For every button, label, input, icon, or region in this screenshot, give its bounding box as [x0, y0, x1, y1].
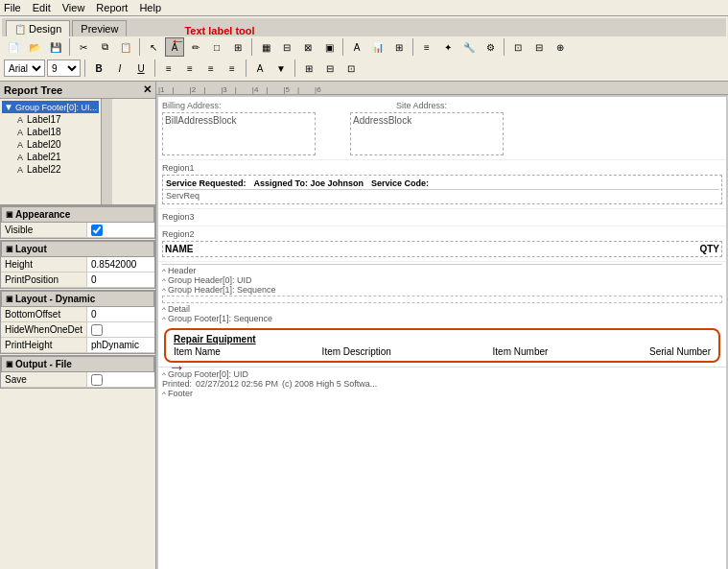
font-name-select[interactable]: Arial: [4, 59, 45, 77]
btn-font-color[interactable]: A: [250, 59, 270, 78]
sep2: [139, 38, 140, 56]
menu-help[interactable]: Help: [139, 2, 161, 13]
btn-tool10[interactable]: A: [347, 37, 366, 57]
address-section: Billing Address: Site Address: BillAddre…: [158, 97, 726, 160]
report-tree-close[interactable]: ✕: [143, 83, 152, 96]
service-code-label: Service Code:: [371, 178, 429, 188]
tree-item-label17[interactable]: A Label17: [2, 113, 99, 126]
btn-tool11[interactable]: 📊: [368, 37, 387, 57]
font-size-select[interactable]: 9: [47, 59, 81, 77]
btn-tool17[interactable]: ⊡: [508, 37, 528, 57]
btn-tool18[interactable]: ⊟: [529, 37, 549, 57]
tree-item-label20[interactable]: A Label20: [2, 138, 99, 151]
btn-paste[interactable]: 📋: [116, 37, 135, 57]
btn-align-left[interactable]: ≡: [159, 59, 178, 78]
btn-save[interactable]: 💾: [46, 37, 65, 57]
tree-item-label21[interactable]: A Label21: [2, 151, 99, 163]
group-header-1-label: ^ Group Header[1]: Sequence: [162, 285, 722, 295]
prop-save: Save: [1, 372, 154, 388]
prop-height-value[interactable]: 0.8542000: [87, 257, 154, 272]
prop-printposition-label: PrintPosition: [1, 273, 87, 287]
item-number-label: Item Number: [493, 346, 549, 357]
hidewhen-checkbox[interactable]: [91, 324, 103, 336]
tree-item-group-footer[interactable]: ▼ Group Footer[0]: UI...: [2, 101, 99, 113]
prop-height: Height 0.8542000: [1, 257, 154, 273]
item-description-label: Item Description: [322, 346, 391, 357]
item-name-label: Item Name: [174, 346, 221, 357]
bill-address-block[interactable]: BillAddressBlock: [162, 112, 316, 155]
tree-icon-a3: A: [17, 140, 23, 150]
btn-arrow[interactable]: ↖: [144, 37, 163, 57]
menu-file[interactable]: File: [4, 2, 21, 13]
btn-tool19[interactable]: ⊕: [551, 37, 570, 57]
canvas-area: |1||2||3||4||5||6 Billing Address: Site …: [156, 82, 728, 569]
repair-equipment-box: Repair Equipment Item Name Item Descript…: [164, 328, 720, 363]
tree-icon-a5: A: [17, 165, 23, 175]
save-checkbox[interactable]: [91, 374, 103, 386]
name-col-label: NAME: [165, 244, 193, 254]
visible-checkbox[interactable]: [91, 225, 103, 236]
btn-more1[interactable]: ⊞: [299, 59, 318, 78]
btn-tool8[interactable]: ⊠: [298, 37, 317, 57]
prop-printheight-value[interactable]: phDynamic: [87, 338, 154, 352]
annotation-text-label-tool: Text label tool: [184, 25, 254, 36]
sep10: [294, 59, 295, 77]
sep5: [412, 38, 413, 56]
btn-more2[interactable]: ⊟: [320, 59, 340, 78]
btn-bold[interactable]: B: [89, 59, 108, 78]
copyright-label: (c) 2008 High 5 Softwa...: [282, 379, 377, 389]
tree-scrollbar[interactable]: [101, 99, 112, 204]
menu-view[interactable]: View: [62, 2, 85, 13]
btn-tool6[interactable]: ▦: [256, 37, 275, 57]
group-footer-1-label: ^ Group Footer[1]: Sequence: [162, 314, 722, 323]
btn-tool4[interactable]: □: [207, 37, 226, 57]
btn-more3[interactable]: ⊡: [341, 59, 361, 78]
layout-dynamic-header[interactable]: Layout - Dynamic: [1, 291, 154, 307]
layout-header[interactable]: Layout: [1, 241, 154, 257]
btn-tool14[interactable]: ✦: [438, 37, 458, 57]
btn-tool5[interactable]: ⊞: [228, 37, 247, 57]
btn-tool9[interactable]: ▣: [319, 37, 339, 57]
section-layout-dynamic: Layout - Dynamic BottomOffset 0 HideWhen…: [0, 290, 155, 354]
tree-item-label18[interactable]: A Label18: [2, 126, 99, 138]
tree-item-label22[interactable]: A Label22: [2, 163, 99, 176]
btn-open[interactable]: 📂: [25, 37, 44, 57]
btn-tool12[interactable]: ⊞: [389, 37, 409, 57]
tab-design-label: Design: [29, 23, 61, 35]
btn-italic[interactable]: I: [110, 59, 129, 78]
main-toolbar: 📄 📂 💾 ✂ ⧉ 📋 ↖ A ✏ □ ⊞ ▦ ⊟ ⊠ ▣ A 📊 ⊞ ≡ ✦ …: [2, 36, 726, 58]
btn-align-right[interactable]: ≡: [201, 59, 221, 78]
site-address-block[interactable]: AddressBlock: [350, 112, 504, 155]
output-file-header[interactable]: Output - File: [1, 356, 154, 372]
billing-header-label: Billing Address: Site Address:: [162, 101, 722, 110]
canvas-content[interactable]: Billing Address: Site Address: BillAddre…: [156, 95, 728, 569]
btn-align-justify[interactable]: ≡: [223, 59, 242, 78]
btn-align-center[interactable]: ≡: [180, 59, 200, 78]
btn-tool13[interactable]: ≡: [417, 37, 436, 57]
tree-icon-a2: A: [17, 128, 23, 137]
tree-icon-a1: A: [17, 115, 23, 125]
printed-row: Printed: 02/27/2012 02:56 PM (c) 2008 Hi…: [162, 379, 722, 389]
btn-cut[interactable]: ✂: [74, 37, 93, 57]
prop-bottomoffset-value[interactable]: 0: [87, 307, 154, 321]
btn-new[interactable]: 📄: [4, 37, 23, 57]
repair-labels-row: Item Name Item Description Item Number S…: [174, 346, 711, 357]
prop-printposition-value[interactable]: 0: [87, 273, 154, 287]
service-requested-label: Service Requested:: [166, 178, 247, 188]
btn-highlight[interactable]: ▼: [271, 59, 291, 78]
prop-save-label: Save: [1, 372, 87, 387]
appearance-header[interactable]: Appearance: [1, 206, 154, 223]
region2-section: Region2 NAME QTY: [158, 226, 726, 262]
btn-copy[interactable]: ⧉: [95, 37, 114, 57]
btn-tool16[interactable]: ⚙: [481, 37, 500, 57]
menu-edit[interactable]: Edit: [33, 2, 51, 13]
menu-report[interactable]: Report: [96, 2, 128, 13]
btn-tool7[interactable]: ⊟: [277, 37, 296, 57]
tab-design[interactable]: 📋 Design: [6, 20, 70, 36]
btn-underline[interactable]: U: [131, 59, 151, 78]
tab-preview[interactable]: Preview: [72, 20, 127, 36]
report-tree-header: Report Tree ✕: [0, 82, 155, 99]
btn-tool3[interactable]: ✏: [186, 37, 205, 57]
btn-tool15[interactable]: 🔧: [459, 37, 479, 57]
report-surface: Billing Address: Site Address: BillAddre…: [158, 97, 726, 569]
